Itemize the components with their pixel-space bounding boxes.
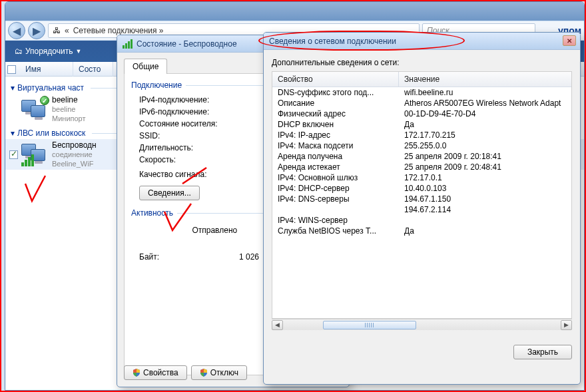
group-activity-label: Активность — [131, 208, 173, 218]
item-name: Беспроводн — [52, 140, 97, 150]
label-media: Состояние носителя: — [139, 119, 239, 128]
organize-label: Упорядочить — [25, 47, 73, 56]
folder-icon: 🗂 — [15, 47, 23, 56]
property-cell: IPv4: WINS-сервер — [272, 216, 399, 225]
details-button[interactable]: Сведения... — [139, 186, 200, 200]
checkbox-column[interactable] — [5, 62, 20, 77]
item-name: beeline — [52, 95, 86, 104]
shield-icon — [200, 369, 208, 377]
property-cell: IPv4: DNS-серверы — [272, 194, 399, 204]
properties-button[interactable]: Свойства — [124, 365, 187, 380]
property-cell: Аренда истекает — [272, 162, 399, 172]
chevron-down-icon: ▼ — [75, 48, 81, 55]
property-cell: Служба NetBIOS через Т... — [272, 226, 399, 236]
collapse-icon: ▾ — [11, 128, 15, 138]
property-cell: DNS-суффикс этого под... — [272, 88, 399, 97]
table-row[interactable]: IPv4: WINS-сервер — [272, 215, 571, 226]
network-icon: 🖧 — [53, 26, 61, 35]
column-status[interactable]: Состо — [73, 62, 113, 77]
wireless-icon — [21, 142, 48, 166]
col-value[interactable]: Значение — [399, 72, 571, 87]
table-row[interactable]: Физический адрес00-1D-D9-4E-70-D4 — [272, 108, 571, 119]
wifi-signal-icon — [123, 39, 133, 49]
value-cell: 194.67.1.150 — [399, 194, 571, 204]
label-sent: Отправлено — [192, 226, 237, 235]
table-row[interactable]: IPv4: Основной шлюз172.17.0.1 — [272, 172, 571, 183]
connection-icon: ✓ — [21, 97, 48, 121]
value-cell — [399, 216, 571, 225]
table-row[interactable]: IPv4: DNS-серверы194.67.1.150 — [272, 194, 571, 204]
table-row[interactable]: 194.67.2.114 — [272, 204, 571, 215]
value-cell: Да — [399, 120, 571, 129]
scroll-left-icon[interactable]: ◀ — [272, 320, 283, 330]
label-speed: Скорость: — [139, 155, 239, 164]
details-window: Сведения о сетевом подключении ✕ Дополни… — [263, 32, 581, 385]
value-cell: Да — [399, 226, 571, 236]
label-ssid: SSID: — [139, 131, 239, 140]
table-row[interactable]: DHCP включенДа — [272, 119, 571, 130]
scroll-track[interactable] — [283, 320, 561, 330]
collapse-icon: ▾ — [11, 83, 15, 93]
label-bytes: Байт: — [139, 252, 239, 262]
disable-button[interactable]: Отключ — [191, 365, 247, 380]
connected-badge-icon: ✓ — [40, 96, 49, 105]
table-header: Свойство Значение — [272, 72, 571, 87]
property-cell: IPv4: DHCP-сервер — [272, 184, 399, 193]
table-row[interactable]: IPv4: Маска подсети255.255.0.0 — [272, 140, 571, 151]
value-cell: 00-1D-D9-4E-70-D4 — [399, 109, 571, 118]
breadcrumb-text: Сетевые подключения » — [73, 26, 164, 35]
status-title: Состояние - Беспроводное — [137, 39, 237, 49]
value-cell: 25 апреля 2009 г. 20:18:41 — [399, 152, 571, 161]
tab-general[interactable]: Общие — [124, 59, 167, 74]
value-cell: Atheros AR5007EG Wireless Network Adapt — [399, 98, 571, 108]
scroll-right-icon[interactable]: ▶ — [561, 320, 572, 330]
property-cell: Аренда получена — [272, 152, 399, 161]
value-cell: 255.255.0.0 — [399, 141, 571, 150]
property-cell: IPv4: IP-адрес — [272, 130, 399, 140]
explorer-titlebar — [5, 2, 584, 21]
label-duration: Длительность: — [139, 143, 239, 152]
value-cell: 10.40.0.103 — [399, 184, 571, 193]
horizontal-scrollbar[interactable]: ◀ ▶ — [272, 319, 572, 330]
details-table: Свойство Значение DNS-суффикс этого под.… — [272, 71, 572, 319]
value-cell: 194.67.2.114 — [399, 205, 571, 214]
close-dialog-button[interactable]: Закрыть — [513, 345, 572, 359]
details-title: Сведения о сетевом подключении — [269, 37, 396, 46]
organize-button[interactable]: 🗂 Упорядочить ▼ — [9, 44, 87, 59]
wifi-signal-icon — [21, 154, 34, 166]
property-cell: DHCP включен — [272, 120, 399, 129]
column-name[interactable]: Имя — [20, 62, 73, 77]
close-button[interactable]: ✕ — [563, 35, 576, 46]
table-row[interactable]: IPv4: IP-адрес172.17.70.215 — [272, 130, 571, 140]
group-connection-label: Подключение — [131, 81, 182, 90]
label-signal: Качество сигнала: — [139, 170, 239, 179]
scroll-thumb[interactable] — [323, 321, 416, 329]
label-ipv6: IPv6-подключение: — [139, 107, 239, 116]
property-cell: IPv4: Основной шлюз — [272, 173, 399, 182]
item-checkbox[interactable] — [9, 150, 18, 159]
value-cell: 172.17.70.215 — [399, 130, 571, 140]
table-row[interactable]: IPv4: DHCP-сервер10.40.0.103 — [272, 183, 571, 194]
table-row[interactable]: ОписаниеAtheros AR5007EG Wireless Networ… — [272, 98, 571, 108]
property-cell — [272, 205, 399, 214]
table-row[interactable]: Аренда получена25 апреля 2009 г. 20:18:4… — [272, 151, 571, 162]
label-ipv4: IPv4-подключение: — [139, 95, 239, 104]
details-subtitle: Дополнительные сведения о сети: — [272, 58, 572, 67]
details-titlebar: Сведения о сетевом подключении ✕ — [264, 33, 580, 50]
col-property[interactable]: Свойство — [272, 72, 399, 87]
table-row[interactable]: DNS-суффикс этого под...wifi.beeline.ru — [272, 87, 571, 98]
table-row[interactable]: Служба NetBIOS через Т...Да — [272, 226, 571, 236]
property-cell: IPv4: Маска подсети — [272, 141, 399, 150]
forward-button[interactable]: ▶ — [28, 22, 45, 39]
property-cell: Описание — [272, 98, 399, 108]
shield-icon — [133, 369, 141, 377]
value-cell: 172.17.0.1 — [399, 173, 571, 182]
value-cell: wifi.beeline.ru — [399, 88, 571, 97]
back-button[interactable]: ◀ — [8, 22, 25, 39]
property-cell: Физический адрес — [272, 109, 399, 118]
value-bytes: 1 026 — [239, 252, 259, 262]
value-cell: 25 апреля 2009 г. 20:48:41 — [399, 162, 571, 172]
table-row[interactable]: Аренда истекает25 апреля 2009 г. 20:48:4… — [272, 162, 571, 172]
